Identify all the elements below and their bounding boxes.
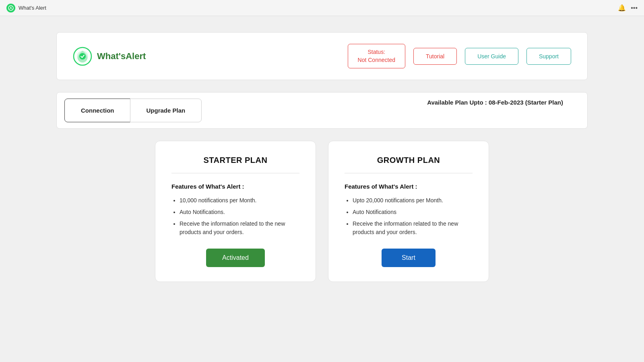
starter-feature-1: 10,000 notifications per Month.	[180, 196, 299, 205]
svg-point-4	[79, 53, 86, 60]
support-button[interactable]: Support	[526, 48, 571, 65]
growth-feature-1: Upto 20,000 notifications per Month.	[353, 196, 473, 205]
growth-features-list: Upto 20,000 notifications per Month. Aut…	[345, 196, 473, 237]
growth-plan-divider	[345, 173, 473, 173]
starter-plan-divider	[171, 173, 299, 173]
growth-feature-3: Receive the information related to the n…	[353, 220, 473, 237]
status-button[interactable]: Status: Not Connected	[348, 44, 405, 68]
activated-button[interactable]: Activated	[206, 249, 265, 267]
available-plan-text: Available Plan Upto : 08-Feb-2023 (Start…	[427, 99, 579, 122]
titlebar: What's Alert 🔔 •••	[0, 0, 644, 16]
header-card: What'sAlert Status: Not Connected Tutori…	[56, 32, 588, 80]
header-buttons: Status: Not Connected Tutorial User Guid…	[348, 44, 571, 68]
tabs-container: Connection Upgrade Plan	[65, 99, 201, 122]
svg-point-1	[10, 7, 12, 8]
growth-plan-card: GROWTH PLAN Features of What's Alert : U…	[328, 141, 489, 282]
starter-plan-title: STARTER PLAN	[171, 156, 299, 165]
starter-feature-2: Auto Notifications.	[180, 208, 299, 216]
tabs-section: Connection Upgrade Plan Available Plan U…	[56, 92, 588, 129]
tab-connection[interactable]: Connection	[64, 99, 131, 122]
plans-container: STARTER PLAN Features of What's Alert : …	[56, 141, 588, 282]
starter-features-list: 10,000 notifications per Month. Auto Not…	[171, 196, 299, 237]
titlebar-left: What's Alert	[6, 4, 46, 12]
titlebar-right: 🔔 •••	[618, 4, 638, 12]
tutorial-button[interactable]: Tutorial	[413, 48, 457, 65]
bell-icon[interactable]: 🔔	[618, 4, 626, 12]
starter-plan-card: STARTER PLAN Features of What's Alert : …	[155, 141, 316, 282]
more-icon[interactable]: •••	[631, 4, 638, 12]
starter-btn-container: Activated	[171, 249, 299, 267]
brand-logo-icon	[73, 47, 92, 66]
growth-features-title: Features of What's Alert :	[345, 183, 473, 190]
growth-feature-2: Auto Notifications	[353, 208, 473, 216]
start-button[interactable]: Start	[382, 249, 436, 267]
user-guide-button[interactable]: User Guide	[465, 48, 518, 65]
growth-plan-title: GROWTH PLAN	[345, 156, 473, 165]
tab-upgrade-plan[interactable]: Upgrade Plan	[130, 99, 202, 122]
tabs-wrapper: Connection Upgrade Plan Available Plan U…	[57, 93, 587, 128]
starter-feature-3: Receive the information related to the n…	[180, 220, 299, 237]
titlebar-app-name: What's Alert	[19, 5, 46, 11]
brand: What'sAlert	[73, 47, 146, 66]
starter-features-title: Features of What's Alert :	[171, 183, 299, 190]
app-logo-icon	[6, 4, 15, 12]
growth-btn-container: Start	[345, 249, 473, 267]
brand-name: What'sAlert	[97, 51, 146, 62]
main-content: What'sAlert Status: Not Connected Tutori…	[0, 16, 644, 298]
